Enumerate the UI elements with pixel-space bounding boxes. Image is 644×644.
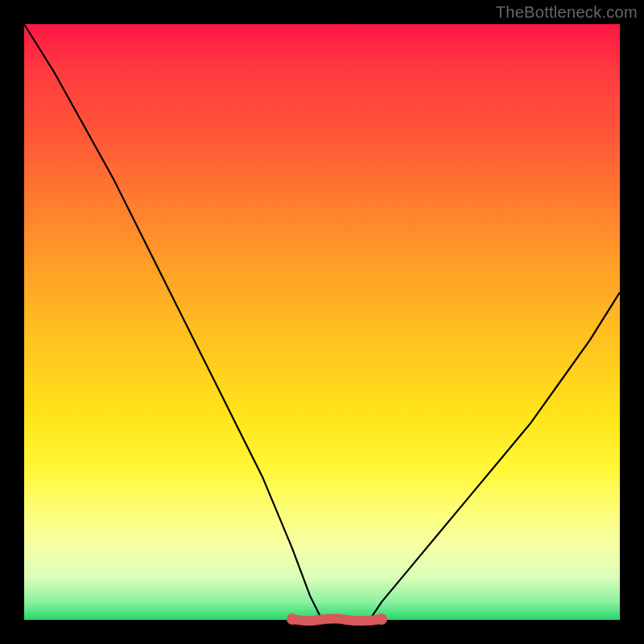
plot-area — [24, 24, 620, 620]
bottleneck-curve — [24, 24, 620, 620]
band-endpoint — [287, 613, 298, 625]
watermark-text: TheBottleneck.com — [496, 3, 638, 22]
curve-svg — [24, 24, 620, 620]
chart-frame: TheBottleneck.com — [0, 0, 644, 644]
band-endpoint — [376, 613, 387, 625]
optimal-band — [292, 619, 382, 621]
